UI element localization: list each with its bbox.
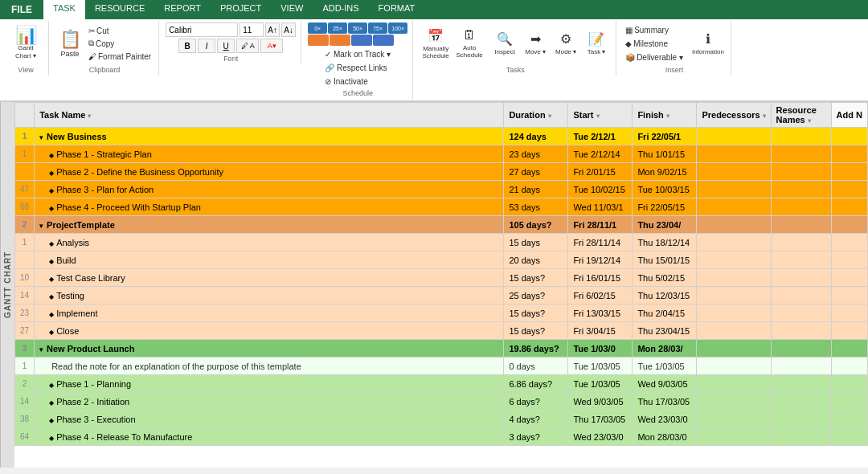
font-name-input[interactable] bbox=[166, 22, 238, 37]
table-row[interactable]: 23 ◆Implement 15 days? Fri 13/03/15 Thu … bbox=[15, 304, 868, 322]
task-name[interactable]: ◆Analysis bbox=[35, 234, 504, 251]
font-size-input[interactable] bbox=[240, 22, 264, 37]
col-taskname[interactable]: Task Name ▾ bbox=[35, 103, 504, 128]
task-name[interactable]: ◆Test Case Library bbox=[35, 269, 504, 287]
inspect-button[interactable]: 🔍 Inspect bbox=[490, 22, 519, 64]
col-predecessors[interactable]: Predecessors ▾ bbox=[697, 103, 771, 128]
table-row[interactable]: 68 ◆Phase 4 - Proceed With Startup Plan … bbox=[15, 198, 868, 216]
underline-button[interactable]: U bbox=[217, 39, 235, 53]
task-name[interactable]: ◆Phase 1 - Strategic Plan bbox=[35, 145, 504, 163]
col-finish[interactable]: Finish ▾ bbox=[633, 103, 697, 128]
table-row[interactable]: 14 ◆Phase 2 - Initiation 6 days? Wed 9/0… bbox=[15, 393, 868, 411]
bold-button[interactable]: B bbox=[178, 39, 196, 53]
cut-button[interactable]: ✂ Cut bbox=[86, 24, 154, 37]
manually-schedule-button[interactable]: 📅 ManuallySchedule bbox=[420, 22, 452, 64]
tab-resource[interactable]: RESOURCE bbox=[85, 0, 154, 19]
row-id: 2 bbox=[15, 375, 35, 393]
table-row[interactable]: 14 ◆Testing 25 days? Fri 6/02/15 Thu 12/… bbox=[15, 287, 868, 304]
task-button[interactable]: 📝 Task ▾ bbox=[582, 22, 611, 64]
sched-btn-100[interactable]: 100× bbox=[388, 22, 407, 34]
task-name[interactable]: ◆Phase 2 - Initiation bbox=[35, 393, 504, 411]
table-row[interactable]: ◆Build 20 days Fri 19/12/14 Thu 15/01/15 bbox=[15, 251, 868, 269]
paste-button[interactable]: 📋 Paste bbox=[55, 22, 84, 64]
table-row[interactable]: 1 ▼New Business 124 days Tue 2/12/1 Fri … bbox=[15, 128, 868, 145]
task-name[interactable]: ▼New Product Launch bbox=[35, 340, 504, 358]
task-name[interactable]: Read the note for an explanation of the … bbox=[35, 358, 504, 375]
table-row[interactable]: 1 Read the note for an explanation of th… bbox=[15, 358, 868, 375]
outdent-button[interactable] bbox=[330, 35, 350, 46]
indent-button[interactable] bbox=[308, 35, 329, 46]
task-name[interactable]: ◆Phase 1 - Planning bbox=[35, 375, 504, 393]
group-tasks-label: Tasks bbox=[506, 66, 525, 74]
tab-task[interactable]: TASK bbox=[43, 0, 85, 19]
sched-btn-0[interactable]: 0× bbox=[308, 22, 327, 34]
task-name[interactable]: ▼New Business bbox=[35, 128, 504, 145]
font-increase-button[interactable]: A↑ bbox=[265, 22, 280, 37]
file-tab[interactable]: FILE bbox=[0, 0, 43, 19]
task-pred bbox=[697, 375, 771, 393]
auto-schedule-button[interactable]: 🗓 AutoSchedule bbox=[453, 22, 485, 64]
table-row[interactable]: ◆Phase 2 - Define the Business Opportuni… bbox=[15, 163, 868, 181]
task-resource bbox=[771, 304, 831, 322]
move-button[interactable]: ➡ Move ▾ bbox=[521, 22, 550, 64]
task-start: Tue 2/12/14 bbox=[568, 145, 633, 163]
task-add bbox=[831, 181, 867, 198]
table-row[interactable]: 10 ◆Test Case Library 15 days? Fri 16/01… bbox=[15, 269, 868, 287]
tab-addins[interactable]: ADD-INS bbox=[313, 0, 368, 19]
table-row[interactable]: 1 ◆Analysis 15 days Fri 28/11/14 Thu 18/… bbox=[15, 234, 868, 251]
sched-btn-75[interactable]: 75× bbox=[368, 22, 387, 34]
table-row[interactable]: 64 ◆Phase 4 - Release To Manufacture 3 d… bbox=[15, 428, 868, 446]
task-start: Fri 2/01/15 bbox=[568, 163, 633, 181]
task-resource bbox=[771, 322, 831, 340]
table-row[interactable]: 27 ◆Close 15 days? Fri 3/04/15 Thu 23/04… bbox=[15, 322, 868, 340]
task-name[interactable]: ◆Build bbox=[35, 251, 504, 269]
task-name[interactable]: ◆Phase 3 - Plan for Action bbox=[35, 181, 504, 198]
unlink-button[interactable] bbox=[373, 35, 394, 46]
font-decrease-button[interactable]: A↓ bbox=[281, 22, 296, 37]
col-resource[interactable]: ResourceNames ▾ bbox=[771, 103, 831, 128]
information-button[interactable]: ℹ Information bbox=[690, 22, 726, 64]
tab-view[interactable]: VIEW bbox=[271, 0, 313, 19]
task-name[interactable]: ◆Phase 2 - Define the Business Opportuni… bbox=[35, 163, 504, 181]
deliverable-button[interactable]: 📦 Deliverable ▾ bbox=[623, 51, 686, 63]
link-button[interactable] bbox=[351, 35, 372, 46]
table-row[interactable]: 47 ◆Phase 3 - Plan for Action 21 days Tu… bbox=[15, 181, 868, 198]
mode-button[interactable]: ⚙ Mode ▾ bbox=[551, 22, 580, 64]
col-add[interactable]: Add N bbox=[831, 103, 867, 128]
italic-button[interactable]: I bbox=[198, 39, 215, 53]
task-duration: 4 days? bbox=[504, 411, 568, 428]
col-start[interactable]: Start ▾ bbox=[568, 103, 633, 128]
table-row[interactable]: 2 ◆Phase 1 - Planning 6.86 days? Tue 1/0… bbox=[15, 375, 868, 393]
task-marker: ◆ bbox=[49, 240, 54, 247]
milestone-button[interactable]: ◆ Milestone bbox=[623, 37, 686, 50]
sched-btn-50[interactable]: 50× bbox=[348, 22, 367, 34]
tab-report[interactable]: REPORT bbox=[154, 0, 211, 19]
task-name[interactable]: ▼ProjectTemplate bbox=[35, 216, 504, 234]
task-name[interactable]: ◆Phase 4 - Proceed With Startup Plan bbox=[35, 198, 504, 216]
table-row[interactable]: 1 ◆Phase 1 - Strategic Plan 23 days Tue … bbox=[15, 145, 868, 163]
col-duration[interactable]: Duration ▾ bbox=[504, 103, 568, 128]
task-name[interactable]: ◆Testing bbox=[35, 287, 504, 304]
sched-btn-25[interactable]: 25× bbox=[328, 22, 347, 34]
respect-links-button[interactable]: 🔗 Respect Links bbox=[322, 61, 393, 74]
task-name[interactable]: ◆Implement bbox=[35, 304, 504, 322]
task-name[interactable]: ◆Close bbox=[35, 322, 504, 340]
table-row[interactable]: 38 ◆Phase 3 - Execution 4 days? Thu 17/0… bbox=[15, 411, 868, 428]
mark-on-track-button[interactable]: ✓ Mark on Track ▾ bbox=[322, 47, 393, 60]
gantt-chart-button[interactable]: 📊 GanttChart ▾ bbox=[8, 22, 43, 64]
copy-button[interactable]: ⧉ Copy bbox=[86, 37, 154, 50]
task-name[interactable]: ◆Phase 4 - Release To Manufacture bbox=[35, 428, 504, 446]
inactivate-button[interactable]: ⊘ Inactivate bbox=[322, 75, 393, 88]
tab-format[interactable]: FORMAT bbox=[369, 0, 425, 19]
task-pred bbox=[697, 428, 771, 446]
tab-project[interactable]: PROJECT bbox=[211, 0, 271, 19]
table-row[interactable]: 2 ▼ProjectTemplate 105 days? Fri 28/11/1… bbox=[15, 216, 868, 234]
task-name[interactable]: ◆Phase 3 - Execution bbox=[35, 411, 504, 428]
task-finish: Thu 18/12/14 bbox=[633, 234, 697, 251]
highlight-button[interactable]: 🖊 A bbox=[236, 39, 259, 53]
table-row[interactable]: 3 ▼New Product Launch 19.86 days? Tue 1/… bbox=[15, 340, 868, 358]
task-marker: ◆ bbox=[49, 152, 54, 159]
font-color-button[interactable]: A▾ bbox=[260, 39, 283, 53]
format-painter-button[interactable]: 🖌 Format Painter bbox=[86, 50, 154, 63]
summary-button[interactable]: ▦ Summary bbox=[623, 23, 686, 36]
